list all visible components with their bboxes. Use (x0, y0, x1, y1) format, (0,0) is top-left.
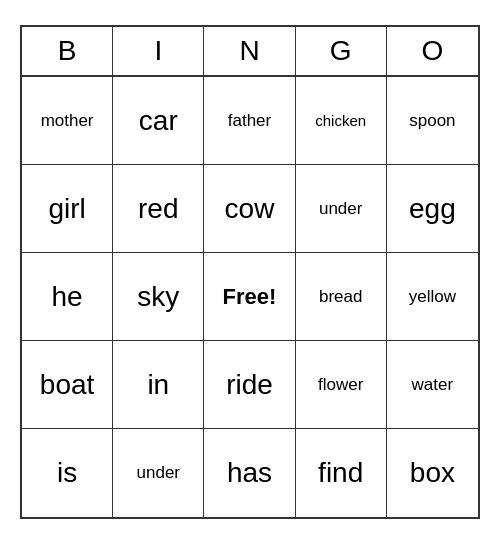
header-letter: N (204, 27, 295, 75)
bingo-cell: girl (22, 165, 113, 253)
bingo-cell: box (387, 429, 478, 517)
bingo-cell: boat (22, 341, 113, 429)
bingo-cell: red (113, 165, 204, 253)
bingo-cell: sky (113, 253, 204, 341)
bingo-cell: flower (296, 341, 387, 429)
bingo-cell: has (204, 429, 295, 517)
bingo-cell: chicken (296, 77, 387, 165)
bingo-cell: water (387, 341, 478, 429)
bingo-cell: father (204, 77, 295, 165)
bingo-cell: find (296, 429, 387, 517)
bingo-cell: cow (204, 165, 295, 253)
bingo-cell: bread (296, 253, 387, 341)
bingo-cell: car (113, 77, 204, 165)
bingo-cell: mother (22, 77, 113, 165)
bingo-cell: Free! (204, 253, 295, 341)
bingo-header: BINGO (22, 27, 478, 77)
bingo-cell: spoon (387, 77, 478, 165)
bingo-cell: under (113, 429, 204, 517)
bingo-cell: is (22, 429, 113, 517)
bingo-cell: he (22, 253, 113, 341)
header-letter: I (113, 27, 204, 75)
bingo-cell: in (113, 341, 204, 429)
bingo-card: BINGO mothercarfatherchickenspoongirlred… (20, 25, 480, 519)
bingo-grid: mothercarfatherchickenspoongirlredcowund… (22, 77, 478, 517)
header-letter: O (387, 27, 478, 75)
bingo-cell: yellow (387, 253, 478, 341)
bingo-cell: egg (387, 165, 478, 253)
bingo-cell: under (296, 165, 387, 253)
bingo-cell: ride (204, 341, 295, 429)
header-letter: B (22, 27, 113, 75)
header-letter: G (296, 27, 387, 75)
